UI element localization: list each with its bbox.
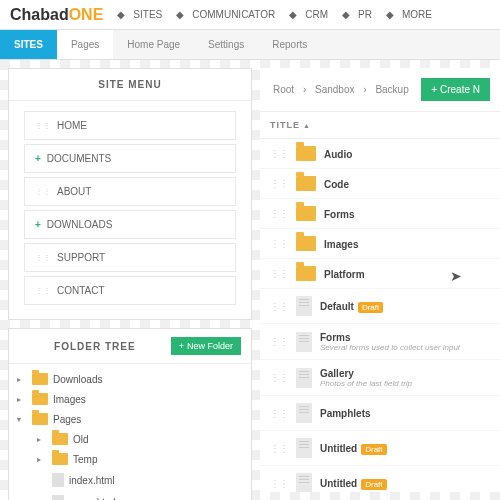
drag-handle-icon[interactable]: ⋮⋮: [270, 238, 288, 249]
file-row[interactable]: ⋮⋮Audio: [260, 139, 500, 169]
file-row[interactable]: ⋮⋮DefaultDraft: [260, 289, 500, 324]
breadcrumb-item[interactable]: Backup: [375, 84, 408, 95]
drag-handle-icon[interactable]: ⋮⋮: [270, 336, 288, 347]
nav-icon: ◆: [386, 9, 398, 21]
tab[interactable]: Home Page: [113, 30, 194, 59]
folder-icon: [32, 413, 48, 425]
site-menu-item[interactable]: +DOWNLOADS: [24, 210, 236, 239]
create-button[interactable]: + Create N: [421, 78, 490, 101]
drag-handle-icon[interactable]: ⋮⋮: [270, 178, 288, 189]
arrow-icon: ▸: [17, 375, 27, 384]
breadcrumb-item[interactable]: Root: [273, 84, 294, 95]
drag-handle-icon[interactable]: ⋮⋮: [270, 268, 288, 279]
file-icon: [52, 473, 64, 487]
drag-handle-icon[interactable]: ⋮⋮: [270, 372, 288, 383]
folder-icon: [32, 393, 48, 405]
status-badge: Draft: [361, 444, 386, 455]
file-list: ⋮⋮Audio⋮⋮Code⋮⋮Forms⋮⋮Images⋮⋮Platform⋮⋮…: [260, 139, 500, 492]
file-row[interactable]: ⋮⋮UntitledDraft: [260, 466, 500, 492]
folder-icon: [52, 433, 68, 445]
site-menu-item[interactable]: ⋮⋮SUPPORT: [24, 243, 236, 272]
tab[interactable]: Settings: [194, 30, 258, 59]
file-row[interactable]: ⋮⋮Code: [260, 169, 500, 199]
drag-handle-icon[interactable]: ⋮⋮: [270, 148, 288, 159]
status-badge: Draft: [358, 302, 383, 313]
grip-icon: ⋮⋮: [35, 121, 51, 130]
topnav-item[interactable]: ◆COMMUNICATOR: [176, 9, 275, 21]
breadcrumb-bar: Root › Sandbox › Backup + Create N: [260, 68, 500, 112]
tree-item[interactable]: ▾Pages: [9, 409, 251, 429]
breadcrumb[interactable]: Root › Sandbox › Backup: [270, 84, 412, 95]
drag-handle-icon[interactable]: ⋮⋮: [270, 208, 288, 219]
folder-tree-title: FOLDER TREE: [19, 341, 171, 352]
folder-icon: [32, 373, 48, 385]
arrow-icon: ▸: [17, 395, 27, 404]
file-row[interactable]: ⋮⋮UntitledDraft: [260, 431, 500, 466]
folder-icon: [296, 266, 316, 281]
file-subtitle: Photos of the last field trip: [320, 379, 412, 388]
file-name: Default: [320, 301, 354, 312]
file-name: Pamphlets: [320, 408, 371, 419]
file-name: Forms: [324, 209, 355, 220]
file-row[interactable]: ⋮⋮Platform: [260, 259, 500, 289]
file-icon: [296, 296, 312, 316]
file-name: Platform: [324, 269, 365, 280]
drag-handle-icon[interactable]: ⋮⋮: [270, 301, 288, 312]
grip-icon: ⋮⋮: [35, 286, 51, 295]
sort-asc-icon: ▲: [303, 122, 311, 129]
nav-icon: ◆: [176, 9, 188, 21]
expand-icon: +: [35, 153, 41, 164]
nav-icon: ◆: [117, 9, 129, 21]
file-icon: [296, 438, 312, 458]
grip-icon: ⋮⋮: [35, 253, 51, 262]
tree-item[interactable]: ▸Images: [9, 389, 251, 409]
new-folder-button[interactable]: +New Folder: [171, 337, 241, 355]
file-row[interactable]: ⋮⋮Pamphlets: [260, 396, 500, 431]
folder-icon: [296, 146, 316, 161]
site-menu-item[interactable]: ⋮⋮ABOUT: [24, 177, 236, 206]
file-name: Untitled: [320, 478, 357, 489]
tab[interactable]: SITES: [0, 30, 57, 59]
file-name: Gallery: [320, 368, 354, 379]
nav-icon: ◆: [342, 9, 354, 21]
topnav-item[interactable]: ◆SITES: [117, 9, 162, 21]
folder-icon: [52, 453, 68, 465]
file-name: Images: [324, 239, 358, 250]
logo: ChabadONE: [10, 6, 103, 24]
site-menu-item[interactable]: ⋮⋮CONTACT: [24, 276, 236, 305]
status-badge: Draft: [361, 479, 386, 490]
topnav-item[interactable]: ◆CRM: [289, 9, 328, 21]
drag-handle-icon[interactable]: ⋮⋮: [270, 408, 288, 419]
file-icon: [296, 403, 312, 423]
folder-tree: ▸Downloads▸Images▾Pages▸Old▸Tempindex.ht…: [9, 364, 251, 500]
breadcrumb-item[interactable]: Sandbox: [315, 84, 354, 95]
column-header-title[interactable]: TITLE▲: [260, 112, 500, 139]
topnav-item[interactable]: ◆MORE: [386, 9, 432, 21]
tree-item[interactable]: index.html: [9, 469, 251, 491]
drag-handle-icon[interactable]: ⋮⋮: [270, 478, 288, 489]
site-menu-panel: SITE MENU ⋮⋮HOME+DOCUMENTS⋮⋮ABOUT+DOWNLO…: [8, 68, 252, 320]
tab[interactable]: Reports: [258, 30, 321, 59]
topbar: ChabadONE ◆SITES◆COMMUNICATOR◆CRM◆PR◆MOR…: [0, 0, 500, 30]
folder-icon: [296, 236, 316, 251]
drag-handle-icon[interactable]: ⋮⋮: [270, 443, 288, 454]
file-row[interactable]: ⋮⋮GalleryPhotos of the last field trip: [260, 360, 500, 396]
file-icon: [296, 368, 312, 388]
folder-tree-header: FOLDER TREE +New Folder: [9, 329, 251, 364]
file-subtitle: Several forms used to collect user input: [320, 343, 460, 352]
file-row[interactable]: ⋮⋮Images: [260, 229, 500, 259]
file-name: Audio: [324, 149, 352, 160]
file-row[interactable]: ⋮⋮Forms: [260, 199, 500, 229]
topnav: ◆SITES◆COMMUNICATOR◆CRM◆PR◆MORE: [117, 9, 432, 21]
site-menu-item[interactable]: +DOCUMENTS: [24, 144, 236, 173]
file-row[interactable]: ⋮⋮FormsSeveral forms used to collect use…: [260, 324, 500, 360]
tree-item[interactable]: ▸Old: [9, 429, 251, 449]
tree-item[interactable]: menu.html: [9, 491, 251, 500]
chevron-right-icon: ›: [300, 84, 309, 95]
tree-item[interactable]: ▸Temp: [9, 449, 251, 469]
topnav-item[interactable]: ◆PR: [342, 9, 372, 21]
site-menu-item[interactable]: ⋮⋮HOME: [24, 111, 236, 140]
tab[interactable]: Pages: [57, 30, 113, 59]
main: SITE MENU ⋮⋮HOME+DOCUMENTS⋮⋮ABOUT+DOWNLO…: [0, 60, 500, 500]
tree-item[interactable]: ▸Downloads: [9, 369, 251, 389]
